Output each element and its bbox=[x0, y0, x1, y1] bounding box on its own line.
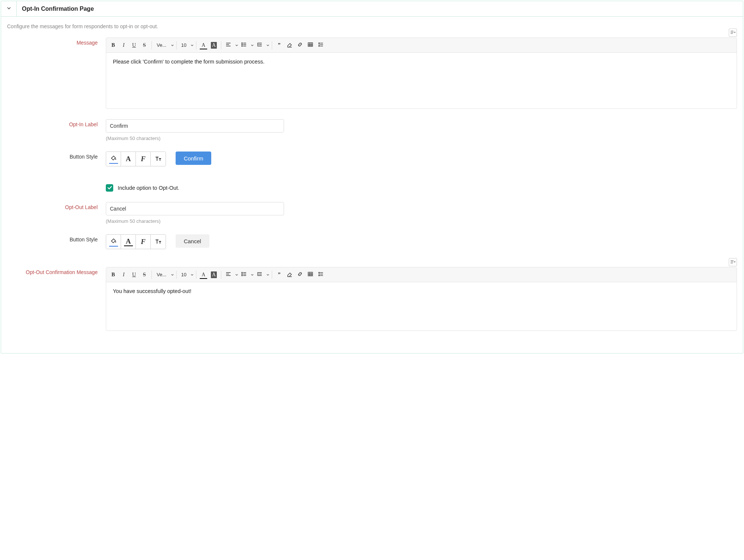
eraser-icon bbox=[287, 42, 293, 49]
font-family-select[interactable]: Ve... bbox=[154, 270, 169, 280]
optout-message-body[interactable]: You have successfully opted-out! bbox=[106, 282, 737, 331]
quote-button[interactable]: ” bbox=[274, 40, 284, 50]
chevron-down-icon bbox=[190, 42, 194, 48]
hint-max50: (Maximum 50 characters) bbox=[106, 136, 737, 141]
message-body[interactable]: Please click 'Confirm' to complete the f… bbox=[106, 53, 737, 108]
text-size-icon bbox=[154, 238, 162, 246]
optout-style-group: A F bbox=[106, 234, 166, 249]
label-message: Message bbox=[7, 38, 106, 46]
italic-button[interactable]: I bbox=[119, 40, 128, 50]
list-button[interactable] bbox=[239, 40, 249, 50]
paint-bucket-icon bbox=[110, 237, 117, 245]
label-optout-msg: Opt-Out Confirmation Message bbox=[7, 267, 106, 275]
align-button[interactable] bbox=[223, 270, 233, 280]
optin-preview-button: Confirm bbox=[176, 152, 212, 165]
rte-toolbar-2: B I U S Ve... 10 A A bbox=[106, 267, 737, 282]
indent-button[interactable] bbox=[255, 40, 264, 50]
include-optout-label: Include option to Opt-Out. bbox=[118, 185, 179, 191]
svg-point-37 bbox=[242, 272, 242, 273]
clear-format-button[interactable] bbox=[285, 40, 294, 50]
align-left-icon bbox=[225, 271, 231, 278]
insert-field-icon bbox=[730, 259, 735, 265]
font-size-button-2[interactable] bbox=[151, 235, 166, 249]
fill-color-button[interactable] bbox=[106, 152, 121, 166]
font-size-select[interactable]: 10 bbox=[179, 270, 189, 280]
accordion-panel: Opt-In Confirmation Page Configure the m… bbox=[1, 1, 743, 354]
highlight-color-button[interactable]: A bbox=[209, 270, 219, 280]
link-icon bbox=[297, 42, 303, 49]
message-editor: B I U S Ve... 10 A A bbox=[106, 38, 737, 109]
collapse-toggle[interactable] bbox=[1, 1, 17, 17]
check-icon bbox=[107, 185, 112, 191]
align-button[interactable] bbox=[223, 40, 233, 50]
indent-icon bbox=[257, 271, 262, 278]
indent-button[interactable] bbox=[255, 270, 264, 280]
font-style-button[interactable]: F bbox=[136, 152, 151, 166]
table-icon bbox=[307, 42, 313, 49]
optin-label-input[interactable] bbox=[106, 119, 284, 133]
line-height-button[interactable] bbox=[316, 40, 326, 50]
link-button[interactable] bbox=[295, 40, 305, 50]
panel-title: Opt-In Confirmation Page bbox=[17, 6, 94, 12]
highlight-color-button[interactable]: A bbox=[209, 40, 219, 50]
font-color-button[interactable]: A bbox=[199, 40, 208, 50]
svg-point-9 bbox=[242, 44, 242, 45]
list-icon bbox=[241, 271, 247, 278]
indent-icon bbox=[257, 42, 262, 49]
font-size-button[interactable] bbox=[151, 152, 166, 166]
link-button[interactable] bbox=[295, 270, 305, 280]
strike-button[interactable]: S bbox=[140, 40, 149, 50]
form-area: Message B I U S Ve... 10 bbox=[1, 38, 743, 346]
list-button[interactable] bbox=[239, 270, 249, 280]
insert-merge-tag-button-2[interactable] bbox=[729, 258, 737, 266]
accordion-header[interactable]: Opt-In Confirmation Page bbox=[1, 1, 743, 17]
paint-bucket-icon bbox=[110, 154, 117, 163]
quote-button[interactable]: ” bbox=[274, 270, 284, 280]
line-height-icon bbox=[318, 271, 324, 278]
eraser-icon bbox=[287, 271, 293, 278]
label-button-style-2: Button Style bbox=[7, 234, 106, 242]
svg-rect-47 bbox=[308, 272, 313, 276]
optout-label-input[interactable] bbox=[106, 202, 284, 215]
list-icon bbox=[241, 42, 247, 49]
svg-point-28 bbox=[115, 241, 116, 242]
link-icon bbox=[297, 271, 303, 278]
chevron-down-icon bbox=[266, 272, 270, 278]
svg-point-39 bbox=[242, 275, 242, 276]
insert-merge-tag-button[interactable] bbox=[729, 29, 737, 37]
font-style-button-2[interactable]: F bbox=[136, 235, 151, 249]
clear-format-button[interactable] bbox=[285, 270, 294, 280]
strike-button[interactable]: S bbox=[140, 270, 149, 280]
text-size-icon bbox=[154, 155, 162, 163]
chevron-down-icon bbox=[235, 272, 238, 278]
svg-rect-18 bbox=[308, 43, 313, 46]
chevron-down-icon bbox=[6, 5, 12, 12]
rte-toolbar: B I U S Ve... 10 A A bbox=[106, 38, 737, 53]
chevron-down-icon bbox=[251, 272, 254, 278]
font-color-button[interactable]: A bbox=[199, 270, 208, 280]
table-button[interactable] bbox=[306, 40, 315, 50]
text-color-button-2[interactable]: A bbox=[121, 235, 136, 249]
chevron-down-icon bbox=[235, 42, 238, 48]
chevron-down-icon bbox=[171, 272, 174, 278]
table-icon bbox=[307, 271, 313, 278]
insert-field-icon bbox=[730, 30, 735, 36]
line-height-button[interactable] bbox=[316, 270, 326, 280]
svg-point-27 bbox=[115, 159, 116, 160]
font-size-select[interactable]: 10 bbox=[179, 40, 189, 50]
italic-button[interactable]: I bbox=[119, 270, 128, 280]
underline-button[interactable]: U bbox=[129, 270, 139, 280]
svg-point-38 bbox=[242, 274, 242, 274]
chevron-down-icon bbox=[266, 42, 270, 48]
underline-button[interactable]: U bbox=[129, 40, 139, 50]
bold-button[interactable]: B bbox=[108, 40, 118, 50]
bold-button[interactable]: B bbox=[108, 270, 118, 280]
table-button[interactable] bbox=[306, 270, 315, 280]
svg-point-8 bbox=[242, 43, 242, 43]
text-color-button[interactable]: A bbox=[121, 152, 136, 166]
svg-point-10 bbox=[242, 46, 242, 46]
align-left-icon bbox=[225, 42, 231, 49]
include-optout-checkbox[interactable] bbox=[106, 184, 113, 192]
fill-color-button-2[interactable] bbox=[106, 235, 121, 249]
font-family-select[interactable]: Ve... bbox=[154, 40, 169, 50]
